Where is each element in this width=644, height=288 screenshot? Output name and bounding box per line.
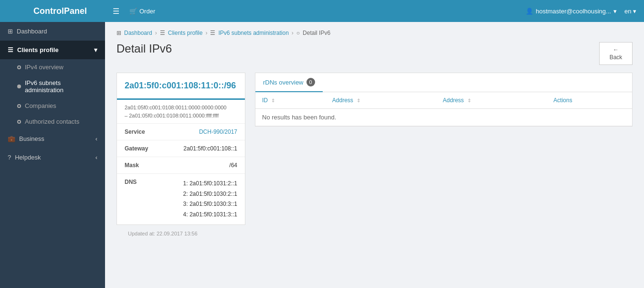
service-link[interactable]: DCH-990/2017 xyxy=(199,128,237,135)
sidebar-sub-label: Companies xyxy=(25,102,56,109)
breadcrumb: ⊞ Dashboard › ☰ Clients profile › ☰ IPv6… xyxy=(116,30,633,36)
sidebar-item-label: Business xyxy=(19,135,44,142)
value-mask: /64 xyxy=(156,157,245,174)
list-icon: ☰ xyxy=(8,46,13,53)
dot-icon xyxy=(17,120,21,124)
content-area: 2a01:5f0:c001:108:11:0::/96 2a01:05f0:c0… xyxy=(116,73,633,225)
tab-label: rDNs overview xyxy=(263,79,304,86)
page-layout: ⊞ Dashboard ☰ Clients profile ▾ IPv4 ove… xyxy=(0,22,644,288)
language-selector[interactable]: en ▾ xyxy=(624,8,636,15)
dns-list: 1: 2a01:5f0:1031:2::1 2: 2a01:5f0:1030:2… xyxy=(163,179,237,220)
col-id[interactable]: ID ⇕ xyxy=(255,92,326,109)
dns-entry-2: 2: 2a01:5f0:1030:2::1 xyxy=(163,189,237,200)
back-label: Back xyxy=(610,54,623,61)
value-service: DCH-990/2017 xyxy=(156,124,245,140)
col-id-label: ID xyxy=(262,97,268,104)
sidebar-item-helpdesk[interactable]: ? Helpdesk ‹ xyxy=(0,148,105,167)
briefcase-icon: 💼 xyxy=(8,135,15,142)
header-row: ID ⇕ Address ⇕ Address ⇕ xyxy=(255,92,632,109)
label-service: Service xyxy=(117,124,156,140)
grid-icon: ⊞ xyxy=(8,28,13,35)
lang-chevron-icon: ▾ xyxy=(633,8,636,15)
order-label: Order xyxy=(139,8,155,15)
breadcrumb-link-clients[interactable]: Clients profile xyxy=(168,30,203,36)
breadcrumb-icon-clients: ☰ xyxy=(160,30,165,36)
sidebar-item-business[interactable]: 💼 Business ‹ xyxy=(0,129,105,148)
table-row: Service DCH-990/2017 xyxy=(117,124,245,140)
sidebar-item-label: Dashboard xyxy=(17,28,47,35)
breadcrumb-link-ipv6[interactable]: IPv6 subnets administration xyxy=(218,30,288,36)
no-results-row: No results has been found. xyxy=(255,109,632,126)
breadcrumb-icon-dashboard: ⊞ xyxy=(116,30,121,36)
chevron-up-icon: ▾ xyxy=(94,46,97,53)
col-actions: Actions xyxy=(547,92,632,109)
breadcrumb-current: Detail IPv6 xyxy=(303,30,330,36)
user-chevron-icon: ▾ xyxy=(613,8,617,15)
sort-icon-address1: ⇕ xyxy=(357,98,360,103)
label-gateway: Gateway xyxy=(117,140,156,157)
sidebar-sub-item-companies[interactable]: Companies xyxy=(0,98,105,114)
dot-icon xyxy=(17,104,21,108)
sort-icon-id: ⇕ xyxy=(271,98,275,103)
dns-entry-3: 3: 2a01:5f0:1030:3::1 xyxy=(163,199,237,210)
top-navbar: ControlPanel ☰ 🛒 Order 👤 hostmaster@cool… xyxy=(0,0,644,22)
label-dns: DNS xyxy=(117,174,156,225)
sidebar-item-clients-profile[interactable]: ☰ Clients profile ▾ xyxy=(0,41,105,59)
breadcrumb-sep: › xyxy=(292,30,294,36)
page-title: Detail IPv6 xyxy=(116,42,172,55)
order-button[interactable]: 🛒 Order xyxy=(127,8,155,15)
table-row: DNS 1: 2a01:5f0:1031:2::1 2: 2a01:5f0:10… xyxy=(117,174,245,225)
breadcrumb-icon-detail: ○ xyxy=(296,30,300,36)
sidebar-sub-label: IPv4 overview xyxy=(25,64,63,71)
menu-toggle-icon[interactable]: ☰ xyxy=(113,7,119,16)
sidebar-sub-item-ipv4[interactable]: IPv4 overview xyxy=(0,59,105,75)
sort-icon-address2: ⇕ xyxy=(467,98,471,103)
breadcrumb-icon-ipv6: ☰ xyxy=(210,30,215,36)
back-button[interactable]: ← Back xyxy=(599,42,633,65)
brand-logo: ControlPanel xyxy=(8,6,113,16)
table-row: Gateway 2a01:5f0:c001:108::1 xyxy=(117,140,245,157)
ip-range: 2a01:05f0:c001:0108:0011:0000:0000:0000 … xyxy=(117,100,245,124)
dns-entry-1: 1: 2a01:5f0:1031:2::1 xyxy=(163,179,237,189)
dns-entry-4: 4: 2a01:5f0:1031:3::1 xyxy=(163,210,237,220)
col-address2[interactable]: Address ⇕ xyxy=(436,92,547,109)
updated-label: Updated at: xyxy=(128,231,155,236)
rdns-panel: rDNs overview 0 ID ⇕ Address xyxy=(255,73,633,127)
dot-icon xyxy=(17,65,21,69)
updated-value: 22.09.2017 13:56 xyxy=(157,231,198,236)
col-address1-label: Address xyxy=(332,97,353,104)
sidebar-sub-item-ipv6[interactable]: IPv6 subnets administration xyxy=(0,75,105,98)
chevron-left-icon: ‹ xyxy=(95,154,97,161)
user-icon: 👤 xyxy=(526,8,533,15)
chevron-left-icon: ‹ xyxy=(95,135,97,142)
breadcrumb-sep: › xyxy=(205,30,207,36)
sidebar: ⊞ Dashboard ☰ Clients profile ▾ IPv4 ove… xyxy=(0,22,105,288)
page-header: Detail IPv6 ← Back xyxy=(116,42,633,65)
breadcrumb-link-dashboard[interactable]: Dashboard xyxy=(124,30,152,36)
sidebar-item-dashboard[interactable]: ⊞ Dashboard xyxy=(0,22,105,41)
ip-details-table: Service DCH-990/2017 Gateway 2a01:5f0:c0… xyxy=(117,124,245,224)
ip-range-start: 2a01:05f0:c001:0108:0011:0000:0000:0000 xyxy=(125,105,226,110)
ip-info-card: 2a01:5f0:c001:108:11:0::/96 2a01:05f0:c0… xyxy=(116,73,245,225)
tab-rdns-overview[interactable]: rDNs overview 0 xyxy=(255,73,323,92)
value-gateway: 2a01:5f0:c001:108::1 xyxy=(156,140,245,157)
back-arrow-icon: ← xyxy=(613,46,619,53)
ip-range-end: 2a01:05f0:c001:0108:0011:0000:ffff:ffff xyxy=(129,113,219,118)
cart-icon: 🛒 xyxy=(129,8,137,15)
table-header: ID ⇕ Address ⇕ Address ⇕ xyxy=(255,92,632,109)
ip-address-header: 2a01:5f0:c001:108:11:0::/96 xyxy=(117,73,245,100)
lang-label: en xyxy=(624,8,631,15)
col-actions-label: Actions xyxy=(553,97,572,104)
tab-count-badge: 0 xyxy=(306,78,315,86)
user-email: hostmaster@coolhousing... xyxy=(536,8,611,15)
sidebar-item-label: Clients profile xyxy=(17,46,59,53)
breadcrumb-sep: › xyxy=(155,30,157,36)
col-address1[interactable]: Address ⇕ xyxy=(326,92,436,109)
user-menu[interactable]: 👤 hostmaster@coolhousing... ▾ xyxy=(526,8,617,15)
sidebar-sub-label: Authorized contacts xyxy=(25,118,79,125)
no-results-cell: No results has been found. xyxy=(255,109,632,126)
main-content: ⊞ Dashboard › ☰ Clients profile › ☰ IPv6… xyxy=(105,22,644,288)
dot-filled-icon xyxy=(17,85,21,88)
sidebar-sub-item-authorized-contacts[interactable]: Authorized contacts xyxy=(0,114,105,129)
navbar-right: 👤 hostmaster@coolhousing... ▾ en ▾ xyxy=(526,8,636,15)
